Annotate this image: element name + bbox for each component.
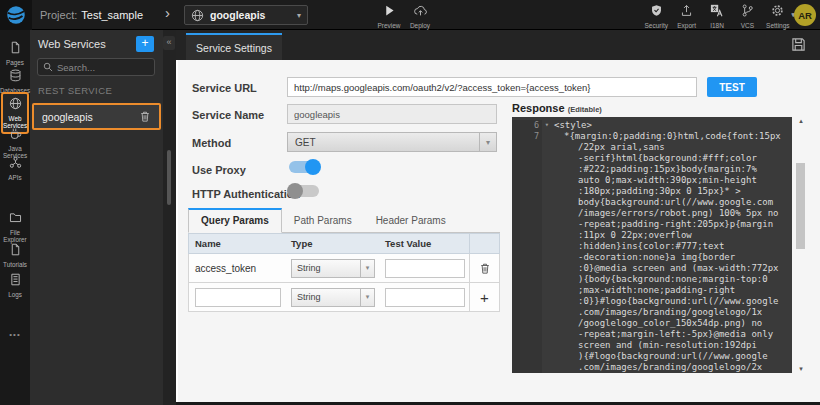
service-list-item-googleapis[interactable]: googleapis [32,103,161,130]
http-authentication-toggle[interactable] [289,185,319,197]
code-line: ){body{background:none;margin-top:0 [512,274,792,285]
param-test-value-input[interactable] [385,259,465,278]
service-selector-dropdown[interactable]: googleapis ▾ [184,5,308,25]
settings-label: Settings [763,22,793,29]
code-line: :0}}#logo{background:url(//www.google [512,296,792,307]
panel-scrollbar-thumb[interactable] [167,150,171,205]
line-number [512,340,542,351]
security-label: Security [641,22,671,29]
rail-item-apis[interactable]: APIs [0,155,30,181]
method-select[interactable]: GET ▾ [287,132,497,152]
code-line: /images/errors/robot.png) 100% 5px no [512,208,792,219]
test-button[interactable]: TEST [707,77,757,97]
code-text: -decoration:none}a img{border [542,252,735,263]
code-line: .com/images/branding/googlelogo/1x [512,307,792,318]
deploy-button[interactable]: Deploy [403,3,437,29]
add-service-button[interactable]: + [136,36,154,52]
line-number [512,164,542,175]
rail-item-file-explorer[interactable]: File Explorer [0,210,30,243]
preview-button[interactable]: Preview [372,3,406,29]
rail-item-pages[interactable]: Pages [0,40,30,66]
export-icon [680,4,693,17]
export-label: Export [671,22,701,29]
editor-scrollbar-thumb[interactable] [796,163,805,249]
column-header-name: Name [189,238,285,249]
vcs-button[interactable]: ▾ VCS [732,3,762,29]
rail-item-tutorials[interactable]: Tutorials [0,242,30,268]
tab-header-params[interactable]: Header Params [364,210,458,232]
rail-item-logs[interactable]: Logs [0,272,30,298]
toggle-knob [305,159,321,175]
tab-service-settings[interactable]: Service Settings [186,33,282,60]
tab-query-params[interactable]: Query Params [188,208,282,233]
trash-icon[interactable] [139,110,151,123]
table-row: access_token String ▾ [188,254,500,283]
tab-path-params[interactable]: Path Params [282,210,364,232]
code-text: body{background:url(//www.google.com [542,197,773,208]
service-name-input[interactable] [287,104,497,124]
param-type-select[interactable]: String ▾ [291,259,375,278]
security-button[interactable]: Security [641,3,671,29]
app-logo[interactable] [0,0,32,30]
collapse-panel-button[interactable]: « [163,36,175,50]
line-number [512,318,542,329]
i18n-translate-icon [710,4,724,17]
export-button[interactable]: ▾ Export [671,3,701,29]
scroll-down-icon[interactable]: ▾ [795,365,807,373]
code-line: /22px arial,sans [512,142,792,153]
page-icon [9,243,22,256]
project-label: Project: [40,9,77,21]
panel-title: Web Services [38,38,106,50]
vcs-label: VCS [732,22,762,29]
code-text: :11px 0 22px;overflow [542,230,692,241]
i18n-button[interactable]: I18N [702,3,732,29]
toggle-knob [287,183,303,199]
response-editable-hint: (Editable) [568,105,602,114]
code-text: screen and (min-resolution:192dpi [542,340,757,351]
method-select-value: GET [288,137,479,148]
code-line: 7*{margin:0;padding:0}html,code{font:15p… [512,131,792,142]
use-proxy-toggle[interactable] [289,161,319,173]
line-number [512,362,542,373]
left-icon-rail: Pages Databases Web Services Java Servic… [0,30,30,405]
new-param-name-input[interactable] [195,288,281,307]
web-services-panel: Web Services + REST SERVICE googleapis [30,30,163,405]
globe-icon [191,9,204,22]
code-line: -serif}html{background:#fff;color [512,153,792,164]
service-url-input[interactable] [287,77,697,97]
code-line: screen and (min-resolution:192dpi [512,340,792,351]
panel-scroll-strip: « [163,30,176,405]
line-number [512,186,542,197]
code-text: -serif}html{background:#fff;color [542,153,757,164]
table-header-row: Name Type Test Value [188,233,500,254]
page-icon [9,41,22,54]
table-row-new: String ▾ + [188,283,500,312]
param-name-value: access_token [189,263,285,274]
method-label: Method [192,137,231,149]
line-number [512,142,542,153]
service-search-input[interactable] [57,62,147,73]
cloud-upload-icon [413,4,428,17]
new-param-test-value-input[interactable] [385,288,465,307]
code-text: <style> [542,120,592,131]
add-param-button[interactable]: + [480,290,489,305]
code-text: *{margin:0;padding:0}html,code{font:15px [542,131,781,142]
scroll-up-icon[interactable]: ▴ [795,117,807,125]
new-param-type-select[interactable]: String ▾ [291,288,375,307]
trash-icon[interactable] [479,262,491,275]
save-floppy-icon [791,37,806,52]
response-code-editor[interactable]: 6<style>7*{margin:0;padding:0}html,code{… [512,117,792,373]
settings-button[interactable]: ▾ Settings [763,3,793,29]
code-text: :hidden}ins{color:#777;text [542,241,724,252]
rail-more-button[interactable]: ••• [0,330,30,339]
user-avatar[interactable]: AR [794,4,816,26]
code-text: -repeat;padding-right:205px}p{margin [542,219,773,230]
code-text: /images/errors/robot.png) 100% 5px no [542,208,778,219]
param-type-cell: String ▾ [285,259,379,278]
service-search-box[interactable] [37,58,155,76]
rail-item-databases[interactable]: Databases [0,68,30,94]
chevron-right-icon: › [165,4,170,21]
topbar-right-actions: Security ▾ Export I18N [641,3,793,29]
save-button[interactable] [791,37,806,56]
use-proxy-label: Use Proxy [192,164,246,176]
